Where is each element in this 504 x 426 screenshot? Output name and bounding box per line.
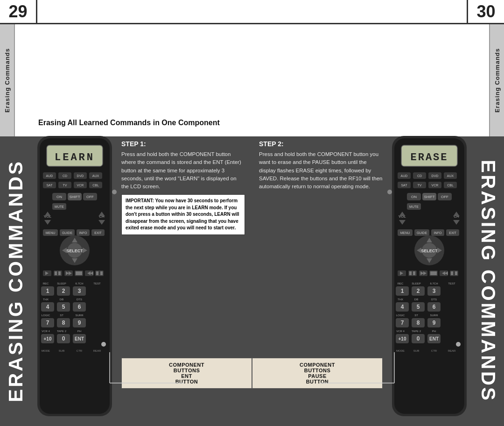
svg-text:VCR: VCR bbox=[432, 184, 439, 187]
svg-text:6.7CH: 6.7CH bbox=[75, 282, 83, 285]
svg-text:8: 8 bbox=[62, 320, 65, 326]
svg-text:TAPE 2: TAPE 2 bbox=[57, 330, 67, 333]
svg-text:ENT: ENT bbox=[75, 336, 84, 341]
svg-text:0: 0 bbox=[62, 335, 65, 342]
svg-text:TV: TV bbox=[418, 184, 422, 187]
step1-heading: STEP 1: bbox=[121, 140, 245, 148]
svg-text:4: 4 bbox=[46, 304, 49, 310]
svg-rect-167 bbox=[430, 271, 437, 275]
step2-heading: STEP 2: bbox=[259, 140, 383, 148]
svg-rect-65 bbox=[100, 271, 103, 275]
label2-line2: BUTTONS bbox=[304, 368, 330, 373]
steps-area: STEP 1: Press and hold both the COMPONEN… bbox=[121, 140, 383, 235]
svg-text:4: 4 bbox=[401, 304, 404, 310]
svg-text:VCR 4: VCR 4 bbox=[396, 330, 405, 333]
svg-text:TEST: TEST bbox=[93, 282, 101, 285]
svg-text:SURR: SURR bbox=[75, 314, 84, 317]
svg-text:DVD: DVD bbox=[432, 174, 439, 178]
svg-rect-172 bbox=[451, 271, 453, 275]
label1-line3: ENT bbox=[181, 373, 192, 379]
steps-row: STEP 1: Press and hold both the COMPONEN… bbox=[121, 140, 383, 235]
svg-text:TV: TV bbox=[63, 184, 67, 187]
btn-label-group-2: COMPONENT BUTTONS PAUSE BUTTON bbox=[252, 358, 383, 389]
svg-text:SELECT: SELECT bbox=[66, 248, 83, 253]
svg-rect-161 bbox=[409, 271, 412, 275]
svg-text:OFF: OFF bbox=[86, 195, 94, 199]
svg-text:9: 9 bbox=[78, 320, 81, 326]
svg-text:AUD: AUD bbox=[46, 174, 53, 178]
svg-text:SELECT: SELECT bbox=[421, 248, 438, 253]
remote-right-svg: ERASE AUD CD DVD AUX SAT TV VCR CBL ON S… bbox=[383, 131, 476, 421]
svg-text:SHIFT: SHIFT bbox=[69, 195, 80, 199]
vert-text-left-label: ERASING COMMANDS bbox=[5, 160, 27, 402]
svg-text:ON: ON bbox=[56, 195, 62, 199]
svg-text:6: 6 bbox=[78, 304, 81, 310]
svg-rect-53 bbox=[55, 271, 57, 275]
svg-text:5: 5 bbox=[62, 304, 65, 310]
svg-text:DTS: DTS bbox=[77, 298, 82, 301]
step-1-box: STEP 1: Press and hold both the COMPONEN… bbox=[121, 140, 245, 235]
svg-text:8: 8 bbox=[417, 320, 420, 326]
svg-text:6: 6 bbox=[433, 304, 436, 310]
remote-right: ERASE AUD CD DVD AUX SAT TV VCR CBL ON S… bbox=[383, 131, 476, 421]
svg-text:LEARN: LEARN bbox=[55, 152, 95, 163]
svg-text:1: 1 bbox=[46, 288, 49, 294]
svg-text:MUTE: MUTE bbox=[409, 205, 419, 208]
svg-text:6.7CH: 6.7CH bbox=[430, 282, 438, 285]
svg-text:SURR: SURR bbox=[430, 314, 438, 317]
svg-text:ST: ST bbox=[60, 314, 63, 317]
svg-text:SLEEP: SLEEP bbox=[57, 282, 66, 285]
svg-text:SAT: SAT bbox=[46, 184, 53, 187]
vert-text-right-label: ERASING COMMANDS bbox=[477, 160, 499, 402]
page-number-right: 30 bbox=[467, 0, 504, 23]
svg-text:DB: DB bbox=[414, 298, 418, 301]
side-tab-left: Erasing Commands bbox=[0, 24, 15, 136]
svg-text:DTS: DTS bbox=[431, 298, 437, 301]
top-bar: 29 30 bbox=[0, 0, 504, 24]
svg-text:REC: REC bbox=[398, 282, 404, 285]
svg-text:TEST: TEST bbox=[448, 282, 455, 285]
svg-text:CD: CD bbox=[417, 174, 422, 178]
btn-label-group-1: COMPONENT BUTTONS ENT BUTTON bbox=[121, 358, 252, 389]
svg-text:MENU: MENU bbox=[46, 231, 56, 234]
label1-line4: BUTTON bbox=[175, 379, 198, 384]
important-text: IMPORTANT: You now have 30 seconds to pe… bbox=[126, 198, 241, 232]
svg-text:+10: +10 bbox=[44, 336, 52, 341]
section-title: Erasing All Learned Commands in One Comp… bbox=[38, 119, 220, 127]
svg-text:OFF: OFF bbox=[441, 195, 448, 199]
vert-text-right: ERASING COMMANDS bbox=[472, 136, 504, 426]
svg-text:VCR 4: VCR 4 bbox=[42, 330, 50, 333]
svg-point-128 bbox=[387, 190, 392, 194]
vert-text-left: ERASING COMMANDS bbox=[0, 136, 32, 426]
svg-text:7: 7 bbox=[401, 320, 404, 326]
svg-text:DB: DB bbox=[60, 298, 63, 301]
svg-text:REAR: REAR bbox=[93, 349, 101, 352]
svg-text:DVD: DVD bbox=[77, 174, 84, 178]
svg-rect-173 bbox=[455, 271, 457, 275]
important-box: IMPORTANT: You now have 30 seconds to pe… bbox=[121, 194, 245, 235]
svg-text:GUIDE: GUIDE bbox=[62, 231, 73, 234]
svg-point-103 bbox=[101, 342, 106, 347]
side-tab-left-text: Erasing Commands bbox=[4, 48, 11, 113]
svg-text:ST: ST bbox=[414, 314, 418, 317]
svg-text:EXIT: EXIT bbox=[449, 231, 456, 234]
svg-text:AUX: AUX bbox=[92, 174, 99, 178]
svg-text:INFO: INFO bbox=[79, 231, 87, 234]
svg-text:MENU: MENU bbox=[400, 231, 410, 234]
svg-text:9: 9 bbox=[433, 320, 436, 326]
svg-text:GUIDE: GUIDE bbox=[417, 231, 427, 234]
svg-text:MODE: MODE bbox=[396, 349, 405, 352]
label2-line3: PAUSE bbox=[308, 373, 327, 379]
svg-text:SLEEP: SLEEP bbox=[412, 282, 420, 285]
svg-text:LOGIC: LOGIC bbox=[396, 314, 405, 317]
side-tab-right-text: Erasing Commands bbox=[494, 48, 501, 113]
svg-text:0: 0 bbox=[417, 335, 420, 342]
page-number-left: 29 bbox=[0, 0, 37, 23]
label1-line2: BUTTONS bbox=[174, 368, 200, 373]
svg-point-211 bbox=[456, 342, 461, 347]
svg-text:VCR: VCR bbox=[77, 184, 84, 187]
svg-text:ON: ON bbox=[411, 195, 417, 199]
svg-text:SAT: SAT bbox=[401, 184, 407, 187]
svg-text:AUX: AUX bbox=[447, 174, 454, 178]
svg-text:3: 3 bbox=[433, 288, 436, 294]
